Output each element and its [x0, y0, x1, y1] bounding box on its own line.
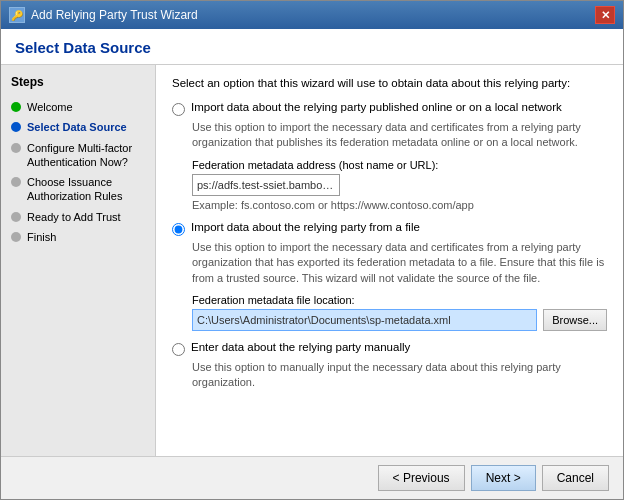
cancel-button[interactable]: Cancel [542, 465, 609, 491]
option-file-label[interactable]: Import data about the relying party from… [191, 221, 420, 233]
option-online-description: Use this option to import the necessary … [192, 120, 607, 151]
option-online-radio[interactable] [172, 103, 185, 116]
online-field-section: Federation metadata address (host name o… [192, 159, 607, 211]
page-header: Select Data Source [1, 29, 623, 65]
next-button[interactable]: Next > [471, 465, 536, 491]
option-file-radio[interactable] [172, 223, 185, 236]
step-label-welcome: Welcome [27, 100, 73, 114]
option-online-row: Import data about the relying party publ… [172, 101, 607, 116]
browse-button[interactable]: Browse... [543, 309, 607, 331]
sidebar-item-configure-mfa[interactable]: Configure Multi-factor Authentication No… [1, 138, 155, 173]
sidebar-item-select-data-source[interactable]: Select Data Source [1, 117, 155, 137]
federation-metadata-file-input[interactable] [192, 309, 537, 331]
step-label-issuance: Choose Issuance Authorization Rules [27, 175, 145, 204]
sidebar-item-finish[interactable]: Finish [1, 227, 155, 247]
option-manual-radio[interactable] [172, 343, 185, 356]
option-manual-label[interactable]: Enter data about the relying party manua… [191, 341, 410, 353]
sidebar-title: Steps [1, 75, 155, 97]
titlebar: 🔑 Add Relying Party Trust Wizard ✕ [1, 1, 623, 29]
window-icon: 🔑 [9, 7, 25, 23]
online-field-label: Federation metadata address (host name o… [192, 159, 607, 171]
federation-metadata-url-input[interactable] [192, 174, 340, 196]
sidebar: Steps Welcome Select Data Source Configu… [1, 65, 156, 456]
file-field-label: Federation metadata file location: [192, 294, 607, 306]
titlebar-left: 🔑 Add Relying Party Trust Wizard [9, 7, 198, 23]
main-content: Select an option that this wizard will u… [156, 65, 623, 456]
step-dot-issuance [11, 177, 21, 187]
option-online-label[interactable]: Import data about the relying party publ… [191, 101, 562, 113]
step-dot-select [11, 122, 21, 132]
main-window: 🔑 Add Relying Party Trust Wizard ✕ Selec… [0, 0, 624, 500]
sidebar-item-choose-issuance[interactable]: Choose Issuance Authorization Rules [1, 172, 155, 207]
step-label-finish: Finish [27, 230, 56, 244]
file-input-row: Browse... [192, 309, 607, 331]
step-label-mfa: Configure Multi-factor Authentication No… [27, 141, 145, 170]
window-title: Add Relying Party Trust Wizard [31, 8, 198, 22]
footer: < Previous Next > Cancel [1, 456, 623, 499]
sidebar-item-ready[interactable]: Ready to Add Trust [1, 207, 155, 227]
previous-button[interactable]: < Previous [378, 465, 465, 491]
content-area: Steps Welcome Select Data Source Configu… [1, 65, 623, 456]
step-label-select: Select Data Source [27, 120, 127, 134]
file-field-section: Federation metadata file location: Brows… [192, 294, 607, 331]
option-file-row: Import data about the relying party from… [172, 221, 607, 236]
example-text: Example: fs.contoso.com or https://www.c… [192, 199, 607, 211]
step-dot-mfa [11, 143, 21, 153]
step-dot-ready [11, 212, 21, 222]
step-dot-finish [11, 232, 21, 242]
page-title: Select Data Source [15, 39, 609, 56]
option-manual-description: Use this option to manually input the ne… [192, 360, 607, 391]
sidebar-item-welcome[interactable]: Welcome [1, 97, 155, 117]
intro-text: Select an option that this wizard will u… [172, 77, 607, 89]
step-dot-welcome [11, 102, 21, 112]
close-button[interactable]: ✕ [595, 6, 615, 24]
option-file-description: Use this option to import the necessary … [192, 240, 607, 286]
step-label-ready: Ready to Add Trust [27, 210, 121, 224]
option-manual-row: Enter data about the relying party manua… [172, 341, 607, 356]
